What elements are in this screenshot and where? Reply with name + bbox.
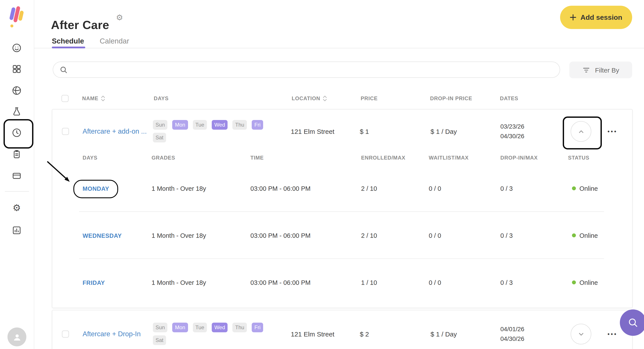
schedule-row-wednesday: WEDNESDAY 1 Month - Over 18y 03:00 PM - … <box>52 212 632 259</box>
day-chip: Wed <box>212 120 228 130</box>
ellipsis-icon: ••• <box>608 128 618 135</box>
magnifier-icon <box>627 317 639 328</box>
subtable-rows: MONDAY 1 Month - Over 18y 03:00 PM - 06:… <box>52 165 632 306</box>
session-drop-in-price: $ 1 / Day <box>430 128 457 135</box>
column-header-days: DAYS <box>154 95 169 102</box>
day-chip: Mon <box>172 323 188 332</box>
session-subtable: DAYS GRADES TIME ENROLLED/MAX WAITLIST/M… <box>52 155 632 306</box>
flask-icon[interactable] <box>12 106 22 117</box>
day-chip: Sat <box>153 133 166 142</box>
session-name-link[interactable]: Aftercare + add-on ... <box>82 128 147 135</box>
day-link-monday[interactable]: MONDAY <box>82 185 109 192</box>
user-avatar[interactable] <box>8 327 26 346</box>
session-name-link[interactable]: Aftercare + Drop-In <box>82 330 140 338</box>
app-root: ⚙ After Care ⚙ Add session Schedule Cale… <box>0 0 644 349</box>
schedule-row-monday: MONDAY 1 Month - Over 18y 03:00 PM - 06:… <box>52 165 632 212</box>
active-tab-underline <box>52 47 85 48</box>
status-online-dot <box>572 233 576 237</box>
add-session-button[interactable]: Add session <box>560 6 632 29</box>
row-enrolled: 1 / 10 <box>361 279 429 286</box>
filter-by-button[interactable]: Filter By <box>569 62 632 78</box>
day-chip: Fri <box>252 120 263 130</box>
expand-session-button[interactable] <box>571 324 591 344</box>
row-grades: 1 Month - Over 18y <box>152 279 250 286</box>
gear-icon[interactable]: ⚙ <box>12 203 22 213</box>
session-row: Aftercare + add-on ... Sun Mon Tue Wed T… <box>52 109 632 153</box>
select-all-checkbox[interactable] <box>62 95 68 102</box>
sort-location-icon[interactable] <box>323 95 327 102</box>
collapse-session-button[interactable] <box>571 121 591 142</box>
plus-icon <box>570 14 576 21</box>
sidebar: ⚙ <box>0 0 34 349</box>
status-label: Online <box>580 279 598 286</box>
status-label: Online <box>580 185 598 192</box>
row-drop-in: 0 / 3 <box>500 279 568 286</box>
column-header-dates: DATES <box>500 95 518 102</box>
ellipsis-icon: ••• <box>608 331 618 337</box>
session-dates: 03/23/26 04/30/26 <box>500 122 524 141</box>
smiley-face-icon[interactable] <box>12 43 22 53</box>
program-settings-gear-icon[interactable]: ⚙ <box>116 13 123 23</box>
filter-by-label: Filter By <box>595 66 619 74</box>
subtable-header: DAYS GRADES TIME ENROLLED/MAX WAITLIST/M… <box>52 155 632 161</box>
session-location: 121 Elm Street <box>291 128 334 135</box>
session-price: $ 2 <box>360 330 369 338</box>
ball-icon[interactable] <box>12 85 22 96</box>
session-menu-button[interactable]: ••• <box>605 330 620 338</box>
session-menu-button[interactable]: ••• <box>605 128 620 135</box>
row-status: Online <box>568 279 598 286</box>
day-link-friday[interactable]: FRIDAY <box>82 279 105 286</box>
row-waitlist: 0 / 0 <box>429 185 500 192</box>
chevron-up-icon <box>578 128 584 135</box>
tab-schedule[interactable]: Schedule <box>52 37 84 45</box>
session-date-end: 04/30/26 <box>500 334 524 343</box>
session-row: Aftercare + Drop-In Sun Mon Tue Wed Thu … <box>52 312 632 349</box>
select-session-checkbox[interactable] <box>62 128 69 135</box>
sort-name-icon[interactable] <box>101 95 105 102</box>
select-session-checkbox[interactable] <box>62 330 69 337</box>
row-grades: 1 Month - Over 18y <box>152 185 250 192</box>
day-chip: Fri <box>252 323 263 332</box>
column-header-name: NAME <box>82 95 105 102</box>
row-waitlist: 0 / 0 <box>429 232 500 239</box>
row-waitlist: 0 / 0 <box>429 279 500 286</box>
row-time: 03:00 PM - 06:00 PM <box>250 232 361 239</box>
subcolumn-status: STATUS <box>568 155 589 161</box>
row-drop-in: 0 / 3 <box>500 232 568 239</box>
day-chip: Wed <box>212 323 228 332</box>
day-chip: Sun <box>153 323 168 332</box>
credit-card-icon[interactable] <box>12 171 22 181</box>
column-header-drop-in-price: DROP-IN PRICE <box>430 95 472 102</box>
sessions-table-header: NAME DAYS LOCATION PRICE DROP-IN PRICE D… <box>52 92 632 105</box>
clock-icon[interactable] <box>12 128 22 138</box>
day-chip: Sun <box>153 120 168 130</box>
day-chip: Tue <box>193 120 207 130</box>
column-header-location-label: LOCATION <box>292 95 320 102</box>
app-logo-icon[interactable] <box>7 5 26 30</box>
session-drop-in-price: $ 1 / Day <box>430 330 457 338</box>
sidebar-divider <box>5 191 29 192</box>
column-header-name-label: NAME <box>82 95 98 102</box>
clipboard-icon[interactable] <box>12 149 22 160</box>
day-link-wednesday[interactable]: WEDNESDAY <box>82 232 122 239</box>
day-chip: Thu <box>232 323 247 332</box>
row-status: Online <box>568 232 598 239</box>
session-card-aftercare-dropin: Aftercare + Drop-In Sun Mon Tue Wed Thu … <box>52 310 632 349</box>
session-date-start: 04/01/26 <box>500 324 524 334</box>
row-enrolled: 2 / 10 <box>361 232 429 239</box>
search-bar[interactable] <box>53 62 560 78</box>
status-online-dot <box>572 280 576 284</box>
search-input[interactable] <box>72 66 554 74</box>
status-label: Online <box>580 232 598 239</box>
help-search-fab[interactable] <box>620 309 644 336</box>
tab-calendar[interactable]: Calendar <box>100 37 129 45</box>
row-time: 03:00 PM - 06:00 PM <box>250 185 361 192</box>
subcolumn-enrolled: ENROLLED/MAX <box>361 155 429 161</box>
dashboard-grid-icon[interactable] <box>12 64 22 74</box>
page-title: After Care <box>51 19 109 32</box>
session-price: $ 1 <box>360 128 369 135</box>
session-date-end: 04/30/26 <box>500 131 524 141</box>
day-chip: Sat <box>153 335 166 345</box>
row-enrolled: 2 / 10 <box>361 185 429 192</box>
bar-chart-icon[interactable] <box>12 225 22 236</box>
